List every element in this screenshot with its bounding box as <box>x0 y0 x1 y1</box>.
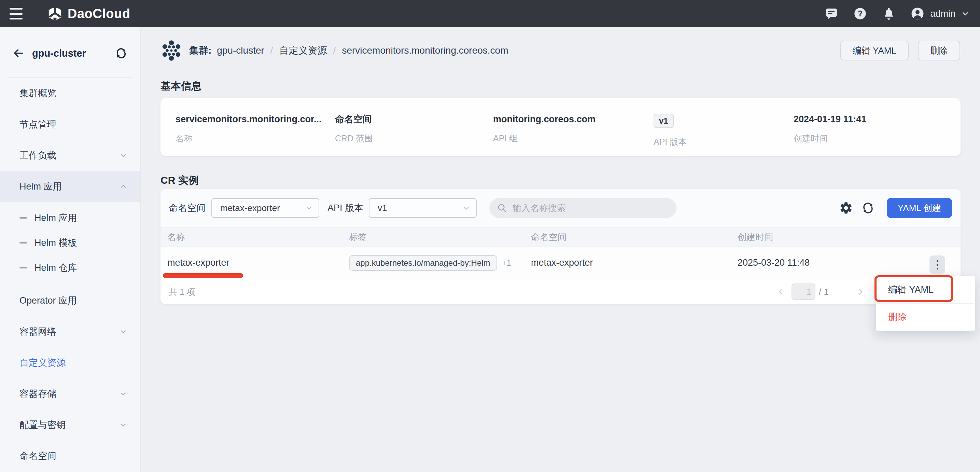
chevron-down-icon <box>119 421 127 429</box>
page-number-input[interactable]: 1 <box>792 284 815 300</box>
column-header-namespace: 命名空间 <box>524 231 731 243</box>
sidebar-item-label: 节点管理 <box>19 118 56 131</box>
refresh-icon[interactable] <box>861 201 875 215</box>
column-header-name: 名称 <box>161 231 342 243</box>
dash-icon <box>19 217 27 218</box>
sidebar-item-label: 容器网络 <box>19 325 56 338</box>
username: admin <box>930 8 955 19</box>
api-version-select[interactable]: v1 <box>369 198 477 218</box>
gear-icon[interactable] <box>838 201 854 215</box>
sidebar-item-container-storage[interactable]: 容器存储 <box>0 378 140 409</box>
cell-namespace: metax-exporter <box>524 258 731 268</box>
field-label: API 组 <box>493 133 654 144</box>
field-label: 名称 <box>175 133 335 144</box>
cell-name[interactable]: metax-exporter <box>161 258 342 268</box>
field-value: servicemonitors.monitoring.cor... <box>175 114 335 124</box>
sidebar-nav: 集群概览 节点管理 工作负载 Helm 应用 Helm 应用 <box>0 78 140 471</box>
chevron-down-icon <box>119 390 127 398</box>
daocloud-logo-icon <box>47 6 63 22</box>
sidebar-cluster-name: gpu-cluster <box>32 48 86 59</box>
sidebar-item-label: 命名空间 <box>19 450 56 462</box>
sidebar-item-cluster-overview[interactable]: 集群概览 <box>0 78 140 108</box>
api-version-filter-label: API 版本 <box>328 189 363 227</box>
breadcrumb-separator: / <box>270 45 274 56</box>
table-header: 名称 标签 命名空间 创建时间 <box>161 227 961 247</box>
cr-section-title: CR 实例 <box>161 174 199 188</box>
sidebar-item-config-secrets[interactable]: 配置与密钥 <box>0 409 140 440</box>
sidebar-item-helm-apps-group[interactable]: Helm 应用 <box>0 171 140 202</box>
sidebar-item-custom-resources[interactable]: 自定义资源 <box>0 347 140 378</box>
api-version-badge: v1 <box>654 114 674 128</box>
sidebar-item-label: 容器存储 <box>19 387 56 400</box>
sidebar-helm-sublist: Helm 应用 Helm 模板 Helm 仓库 <box>0 205 140 280</box>
breadcrumb-cluster-label: 集群: <box>189 44 212 57</box>
sidebar-item-label: Helm 仓库 <box>35 262 77 274</box>
basic-info-field: v1 API 版本 <box>654 114 794 156</box>
topbar: DaoCloud ? <box>0 0 980 27</box>
row-context-menu: 编辑 YAML 删除 <box>876 276 975 331</box>
label-more-count: +1 <box>502 258 511 268</box>
sidebar-item-label: 集群概览 <box>19 87 56 99</box>
sidebar-item-helm-repo[interactable]: Helm 仓库 <box>0 255 140 280</box>
back-arrow-icon[interactable] <box>12 46 25 60</box>
cr-card: 命名空间 metax-exporter API 版本 v1 <box>161 189 961 304</box>
namespace-filter-label: 命名空间 <box>169 189 205 227</box>
hamburger-icon[interactable] <box>10 8 25 19</box>
delete-button[interactable]: 删除 <box>918 41 960 61</box>
chevron-up-icon <box>119 182 127 191</box>
chevron-down-icon <box>462 204 471 212</box>
sidebar-item-container-network[interactable]: 容器网络 <box>0 316 140 347</box>
sidebar: gpu-cluster 集群概览 节点管理 工作负载 <box>0 27 141 472</box>
kebab-icon[interactable] <box>929 255 945 274</box>
user-menu[interactable]: admin <box>910 6 970 21</box>
breadcrumb-section[interactable]: 自定义资源 <box>279 44 327 57</box>
help-icon[interactable]: ? <box>853 6 867 21</box>
sidebar-item-node-management[interactable]: 节点管理 <box>0 108 140 140</box>
main-content: 集群: gpu-cluster / 自定义资源 / servicemonitor… <box>141 27 980 472</box>
search-icon <box>497 203 507 213</box>
search-input[interactable] <box>512 203 670 214</box>
basic-info-title: 基本信息 <box>161 79 202 93</box>
breadcrumb-resource: servicemonitors.monitoring.coreos.com <box>342 45 508 56</box>
brand-name: DaoCloud <box>68 6 130 21</box>
field-label: 创建时间 <box>794 133 866 144</box>
sidebar-item-helm-app[interactable]: Helm 应用 <box>0 205 140 230</box>
total-count: 共 1 项 <box>169 286 195 298</box>
api-version-select-value: v1 <box>378 203 387 214</box>
dash-icon <box>19 242 27 244</box>
chevron-down-icon <box>119 327 127 336</box>
sidebar-header: gpu-cluster <box>0 42 140 64</box>
chevron-right-icon[interactable] <box>855 286 866 298</box>
basic-info-field: 命名空间 CRD 范围 <box>335 114 493 156</box>
brand-logo[interactable]: DaoCloud <box>47 6 130 22</box>
sidebar-item-label: 工作负载 <box>19 149 56 161</box>
chevron-down-icon <box>961 9 970 18</box>
menu-item-delete[interactable]: 删除 <box>876 304 975 330</box>
page-total: / 1 <box>819 287 829 297</box>
sidebar-item-label: Helm 模板 <box>35 237 77 249</box>
column-header-created: 创建时间 <box>731 231 961 243</box>
sidebar-item-helm-template[interactable]: Helm 模板 <box>0 230 140 255</box>
app-window: DaoCloud ? <box>0 0 980 472</box>
chat-icon[interactable] <box>824 6 838 21</box>
sidebar-item-namespaces[interactable]: 命名空间 <box>0 440 140 471</box>
field-label: API 版本 <box>654 136 794 148</box>
sidebar-item-workloads[interactable]: 工作负载 <box>0 140 140 171</box>
basic-info-field: monitoring.coreos.com API 组 <box>493 114 654 156</box>
namespace-select[interactable]: metax-exporter <box>212 198 319 218</box>
yaml-create-button[interactable]: YAML 创建 <box>887 198 952 218</box>
pagination: 1 / 1 <box>775 279 866 304</box>
dash-icon <box>19 267 27 268</box>
menu-item-edit-yaml[interactable]: 编辑 YAML <box>876 276 975 303</box>
filter-row: 命名空间 metax-exporter API 版本 v1 <box>161 189 961 227</box>
column-header-labels: 标签 <box>342 231 524 243</box>
svg-text:?: ? <box>858 9 862 18</box>
field-value: monitoring.coreos.com <box>493 114 654 124</box>
topbar-actions: ? admin <box>824 6 970 21</box>
bell-icon[interactable] <box>882 6 896 21</box>
breadcrumb-cluster[interactable]: gpu-cluster <box>217 45 264 56</box>
chevron-left-icon[interactable] <box>775 286 787 298</box>
sync-icon[interactable] <box>115 46 128 60</box>
sidebar-item-operator-apps[interactable]: Operator 应用 <box>0 285 140 316</box>
edit-yaml-button[interactable]: 编辑 YAML <box>840 41 908 61</box>
